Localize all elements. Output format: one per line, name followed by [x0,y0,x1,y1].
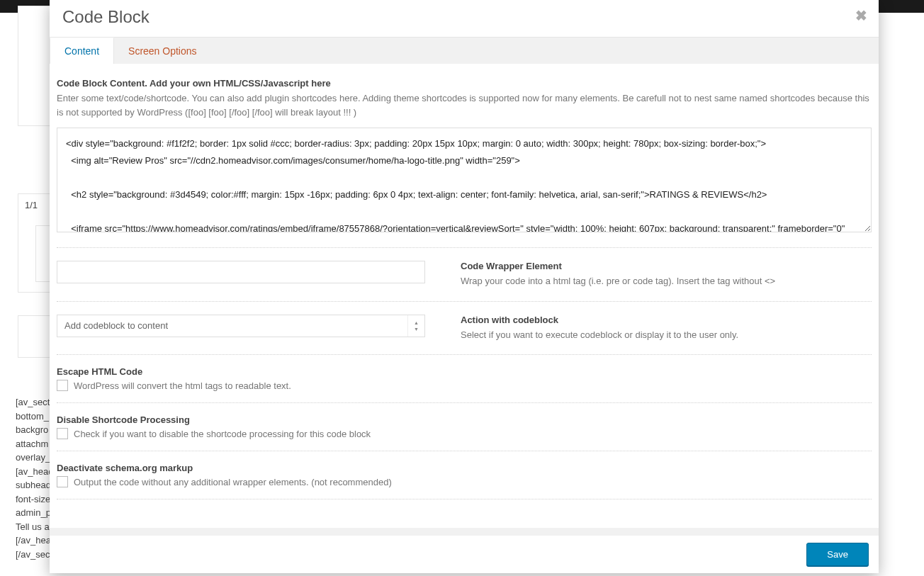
deactivate-schema-label: Deactivate schema.org markup [57,463,872,473]
action-selected-value: Add codeblock to content [64,320,168,331]
deactivate-schema-checkbox[interactable] [57,476,68,487]
code-block-desc: Enter some text/code/shortcode. You can … [57,91,872,119]
close-icon[interactable]: ✖ [855,7,867,24]
disable-sc-label: Disable Shortcode Processing [57,414,872,425]
escape-label: Escape HTML Code [57,366,872,377]
tab-content-panel: Code Block Content. Add your own HTML/CS… [50,64,879,528]
escape-help: WordPress will convert the html tags to … [74,380,291,391]
escape-row: Escape HTML Code WordPress will convert … [57,354,872,402]
action-select[interactable]: Add codeblock to content ▲▼ [57,315,425,337]
wrapper-row: Code Wrapper Element Wrap your code into… [57,247,872,301]
code-block-textarea[interactable] [57,128,872,232]
modal-footer: Save [50,536,879,573]
deactivate-schema-help: Output the code without any additional w… [74,477,392,487]
tab-content[interactable]: Content [50,38,114,64]
wrapper-input[interactable] [57,261,425,283]
deactivate-schema-row: Deactivate schema.org markup Output the … [57,451,872,499]
code-block-title: Code Block Content. Add your own HTML/CS… [57,78,872,89]
code-block-modal: Code Block ✖ Content Screen Options Code… [50,0,879,573]
wrapper-help: Wrap your code into a html tag (i.e. pre… [461,274,872,288]
action-row: Add codeblock to content ▲▼ Action with … [57,301,872,355]
tab-screen-options[interactable]: Screen Options [114,38,211,64]
bg-pagination: 1/1 [25,198,38,213]
select-arrows-icon: ▲▼ [407,315,424,337]
disable-sc-help: Check if you want to disable the shortco… [74,429,371,439]
escape-checkbox[interactable] [57,380,68,391]
modal-title: Code Block [62,7,866,27]
modal-header: Code Block ✖ [50,0,879,37]
modal-body: Content Screen Options Code Block Conten… [50,37,879,536]
tabs: Content Screen Options [50,38,879,64]
disable-sc-row: Disable Shortcode Processing Check if yo… [57,402,872,451]
action-label: Action with codeblock [461,315,872,325]
wrapper-label: Code Wrapper Element [461,261,872,271]
disable-sc-checkbox[interactable] [57,428,68,439]
save-button[interactable]: Save [806,543,869,566]
action-help: Select if you want to execute codeblock … [461,328,872,342]
